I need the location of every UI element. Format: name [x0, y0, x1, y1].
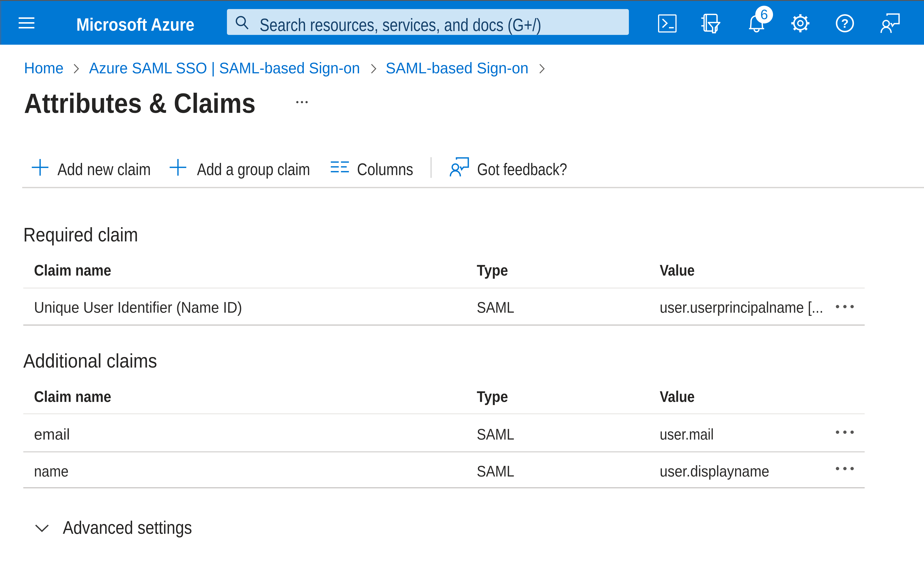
svg-text:SAML-based Sign-on: SAML-based Sign-on: [386, 59, 528, 77]
svg-text:Attributes & Claims: Attributes & Claims: [24, 88, 256, 119]
svg-text:user.userprincipalname [...: user.userprincipalname [...: [660, 299, 823, 316]
svg-text:Unique User Identifier (Name I: Unique User Identifier (Name ID): [34, 299, 242, 316]
svg-text:email: email: [34, 426, 70, 443]
svg-text:Value: Value: [660, 262, 695, 279]
svg-text:Add new claim: Add new claim: [58, 160, 151, 179]
svg-text:user.mail: user.mail: [660, 426, 714, 443]
svg-text:Azure SAML SSO | SAML-based Si: Azure SAML SSO | SAML-based Sign-on: [89, 59, 360, 77]
svg-text:Add a group claim: Add a group claim: [197, 160, 310, 179]
svg-text:SAML: SAML: [477, 426, 514, 443]
svg-text:name: name: [34, 462, 69, 480]
svg-text:Claim name: Claim name: [34, 262, 111, 279]
svg-text:Columns: Columns: [357, 160, 413, 179]
svg-text:Required claim: Required claim: [23, 224, 138, 245]
svg-text:SAML: SAML: [477, 299, 514, 316]
svg-text:Microsoft Azure: Microsoft Azure: [76, 15, 195, 35]
svg-text:Additional claims: Additional claims: [23, 350, 157, 372]
svg-text:SAML: SAML: [477, 462, 514, 480]
svg-text:Got feedback?: Got feedback?: [477, 160, 567, 179]
svg-text:Type: Type: [477, 262, 508, 279]
svg-text:Advanced settings: Advanced settings: [63, 517, 192, 538]
svg-text:Type: Type: [477, 388, 508, 405]
svg-text:Home: Home: [24, 59, 64, 77]
svg-text:6: 6: [760, 7, 768, 22]
svg-text:Claim name: Claim name: [34, 388, 111, 405]
svg-text:Value: Value: [660, 388, 695, 405]
svg-text:Search resources, services, an: Search resources, services, and docs (G+…: [260, 15, 541, 35]
svg-text:?: ?: [841, 16, 849, 30]
svg-text:user.displayname: user.displayname: [660, 462, 769, 480]
